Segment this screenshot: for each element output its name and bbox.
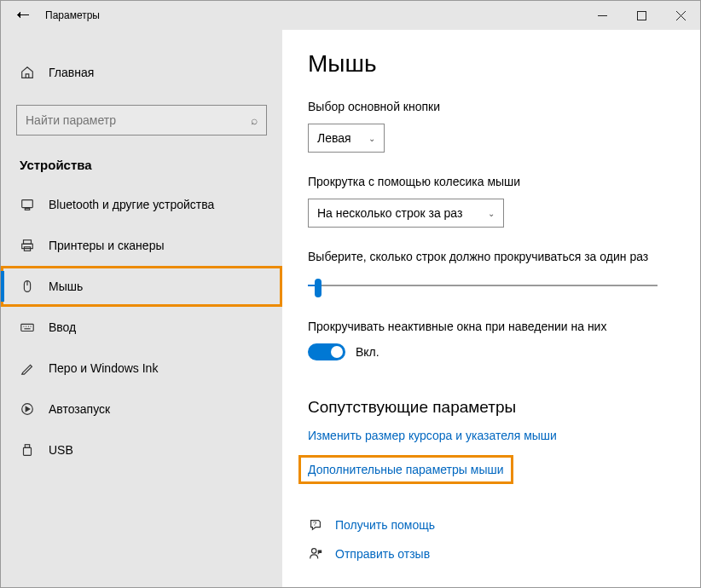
usb-icon xyxy=(20,442,35,458)
lines-label: Выберите, сколько строк должно прокручив… xyxy=(308,250,685,263)
nav-label: Автозапуск xyxy=(49,402,110,416)
chevron-down-icon: ⌄ xyxy=(368,134,375,143)
minimize-button[interactable] xyxy=(582,1,622,30)
chevron-down-icon: ⌄ xyxy=(488,209,495,218)
home-label: Главная xyxy=(49,66,94,79)
feedback-link-label: Отправить отзыв xyxy=(335,547,430,561)
home-icon xyxy=(20,65,35,80)
section-label: Устройства xyxy=(1,135,282,184)
sidebar-item-usb[interactable]: USB xyxy=(1,429,282,470)
sidebar-item-typing[interactable]: Ввод xyxy=(1,307,282,348)
slider-thumb[interactable] xyxy=(315,279,322,297)
lines-slider[interactable] xyxy=(308,274,658,297)
search-input[interactable] xyxy=(26,113,251,127)
sidebar-item-pen[interactable]: Перо и Windows Ink xyxy=(1,348,282,389)
primary-button-dropdown[interactable]: Левая ⌄ xyxy=(308,124,385,153)
svg-rect-7 xyxy=(22,244,33,248)
inactive-scroll-label: Прокручивать неактивные окна при наведен… xyxy=(308,320,685,333)
svg-rect-1 xyxy=(637,11,646,20)
home-link[interactable]: Главная xyxy=(1,55,282,89)
page-title: Мышь xyxy=(308,50,685,78)
dropdown-value: На несколько строк за раз xyxy=(317,206,462,220)
feedback-link[interactable]: Отправить отзыв xyxy=(308,546,685,562)
sidebar-item-printers[interactable]: Принтеры и сканеры xyxy=(1,225,282,266)
help-icon: ? xyxy=(308,517,323,533)
advanced-mouse-link[interactable]: Дополнительные параметры мыши xyxy=(301,458,511,481)
search-icon: ⌕ xyxy=(251,113,258,127)
close-button[interactable] xyxy=(661,1,700,30)
nav-label: Перо и Windows Ink xyxy=(49,361,158,375)
sidebar-item-autoplay[interactable]: Автозапуск xyxy=(1,389,282,429)
keyboard-icon xyxy=(20,320,35,335)
scroll-wheel-dropdown[interactable]: На несколько строк за раз ⌄ xyxy=(308,199,504,228)
scroll-wheel-label: Прокрутка с помощью колесика мыши xyxy=(308,175,685,188)
sidebar: Главная ⌕ Устройства Bluetooth и другие … xyxy=(1,30,282,587)
svg-rect-11 xyxy=(21,324,33,331)
svg-rect-19 xyxy=(24,447,32,455)
svg-text:?: ? xyxy=(313,520,317,527)
toggle-state-label: Вкл. xyxy=(356,345,379,359)
related-settings-header: Сопутствующие параметры xyxy=(308,398,685,417)
mouse-icon xyxy=(20,279,35,294)
sidebar-item-bluetooth[interactable]: Bluetooth и другие устройства xyxy=(1,184,282,225)
inactive-scroll-toggle[interactable] xyxy=(308,343,345,360)
nav-label: Мышь xyxy=(49,280,83,293)
sidebar-item-mouse[interactable]: Мышь xyxy=(1,266,282,307)
printer-icon xyxy=(20,238,35,253)
search-box[interactable]: ⌕ xyxy=(16,105,267,135)
nav-label: Bluetooth и другие устройства xyxy=(49,198,214,211)
svg-rect-4 xyxy=(22,200,33,208)
nav-label: Ввод xyxy=(49,320,76,334)
feedback-icon xyxy=(308,546,323,562)
window-title: Параметры xyxy=(45,9,100,21)
back-button[interactable]: 🠐 xyxy=(16,8,30,23)
help-link-label: Получить помощь xyxy=(335,518,435,532)
pen-icon xyxy=(20,360,35,376)
devices-icon xyxy=(20,197,35,212)
primary-button-label: Выбор основной кнопки xyxy=(308,100,685,113)
titlebar: 🠐 Параметры xyxy=(1,1,700,30)
svg-rect-5 xyxy=(25,209,29,210)
nav-label: USB xyxy=(49,443,73,457)
nav-label: Принтеры и сканеры xyxy=(49,239,164,252)
autoplay-icon xyxy=(20,401,35,417)
maximize-button[interactable] xyxy=(622,1,661,30)
get-help-link[interactable]: ? Получить помощь xyxy=(308,517,685,533)
cursor-size-link[interactable]: Изменить размер курсора и указателя мыши xyxy=(308,429,685,442)
svg-rect-6 xyxy=(24,240,32,245)
dropdown-value: Левая xyxy=(317,131,351,145)
main-content: Мышь Выбор основной кнопки Левая ⌄ Прокр… xyxy=(282,30,700,587)
svg-point-21 xyxy=(312,549,316,553)
